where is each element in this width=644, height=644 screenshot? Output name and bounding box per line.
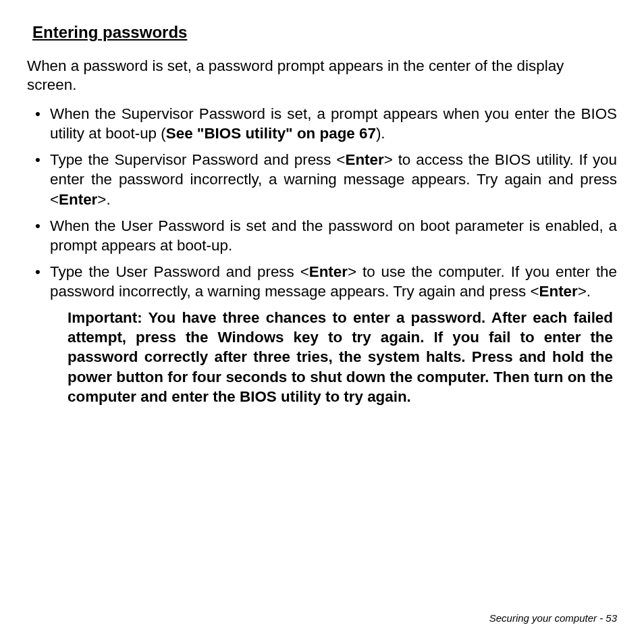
text: >. (97, 191, 110, 208)
bold-text: Enter (309, 263, 348, 280)
list-item: When the User Password is set and the pa… (27, 216, 617, 255)
bold-text: Enter (59, 191, 97, 208)
text: ). (376, 125, 385, 142)
page-footer: Securing your computer - 53 (489, 612, 617, 624)
bold-text: Enter (345, 151, 383, 168)
list-item: Type the Supervisor Password and press <… (27, 150, 617, 209)
list-item: When the Supervisor Password is set, a p… (27, 104, 617, 143)
bold-text: See "BIOS utility" on page 67 (166, 125, 376, 142)
important-note: Important: You have three chances to ent… (27, 308, 617, 406)
section-heading: Entering passwords (32, 23, 617, 42)
bold-text: Enter (539, 283, 578, 300)
intro-paragraph: When a password is set, a password promp… (27, 57, 617, 95)
bullet-list: When the Supervisor Password is set, a p… (27, 104, 617, 301)
text: >. (578, 283, 591, 300)
list-item: Type the User Password and press <Enter>… (27, 262, 617, 301)
text: Type the User Password and press < (50, 263, 309, 280)
text: Type the Supervisor Password and press < (50, 151, 345, 168)
text: When the User Password is set and the pa… (50, 217, 617, 254)
